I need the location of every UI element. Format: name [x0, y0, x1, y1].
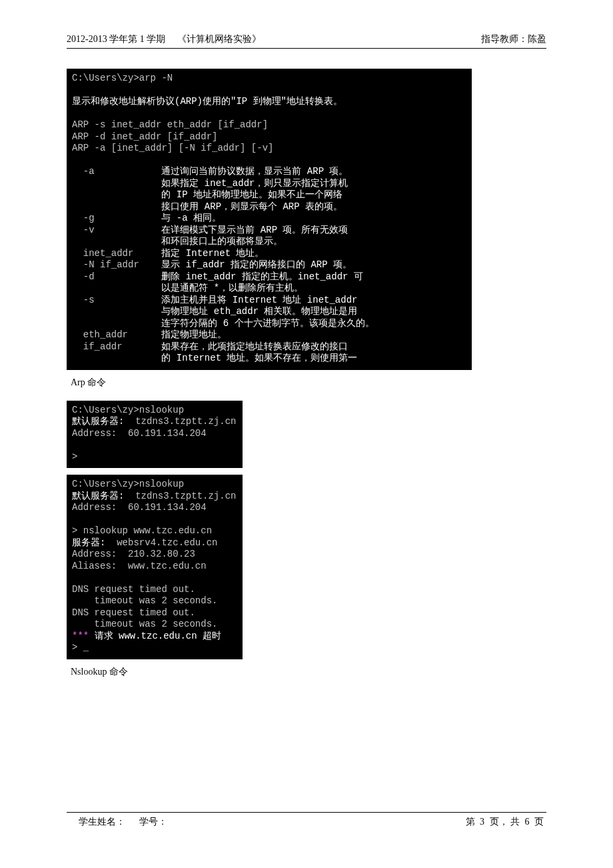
opt-key: -a	[72, 166, 161, 177]
terminal-nslookup-1: C:\Users\zy>nslookup 默认服务器: tzdns3.tzptt…	[67, 401, 243, 469]
opt-key: inet_addr	[72, 248, 161, 259]
arp-syntax: ARP -s inet_addr eth_addr [if_addr]	[72, 119, 268, 130]
opt-key: -s	[72, 295, 161, 305]
aliases-line: Aliases: www.tzc.edu.cn	[72, 561, 207, 571]
opt-desc: 添加主机并且将 Internet 地址 inet_addr	[161, 295, 357, 305]
opt-desc: 通过询问当前协议数据，显示当前 ARP 项。	[161, 166, 348, 177]
teacher-label: 指导教师：	[481, 34, 528, 44]
nslookup-query: > nslookup www.tzc.edu.cn	[72, 525, 212, 536]
student-id-label: 学号：	[139, 817, 167, 827]
dns-timeout: DNS request timed out.	[72, 584, 195, 595]
error-stars: ***	[72, 631, 95, 641]
dns-timeout: DNS request timed out.	[72, 607, 195, 618]
student-name-label: 学生姓名：	[79, 817, 125, 827]
footer-left: 学生姓名： 学号：	[67, 816, 170, 828]
prompt-cursor: >	[72, 451, 77, 462]
opt-desc: 如果指定 inet_addr，则只显示指定计算机	[72, 178, 348, 189]
dns-timeout: timeout was 2 seconds.	[72, 595, 217, 606]
opt-key: if_addr	[72, 341, 161, 352]
arp-syntax: ARP -a [inet_addr] [-N if_addr] [-v]	[72, 143, 273, 153]
opt-desc: 和环回接口上的项都将显示。	[72, 236, 283, 247]
opt-key: -g	[72, 213, 161, 223]
default-server-label: 默认服务器:	[72, 416, 135, 427]
error-msg: 请求 www.tzc.edu.cn 超时	[95, 631, 221, 641]
opt-desc: 在详细模式下显示当前 ARP 项。所有无效项	[161, 225, 348, 235]
opt-desc: 与 -a 相同。	[161, 213, 221, 223]
dns-timeout: timeout was 2 seconds.	[72, 619, 217, 629]
nslookup-prompt: C:\Users\zy>nslookup	[72, 479, 184, 489]
page-suffix: 页	[532, 817, 544, 827]
terminal-arp: C:\Users\zy>arp -N 显示和修改地址解析协议(ARP)使用的"I…	[67, 69, 472, 370]
semester-number: 1	[137, 34, 147, 44]
page-total: 6	[525, 817, 530, 827]
page-prefix: 第	[466, 817, 478, 827]
opt-key: -N if_addr	[72, 259, 161, 270]
caption-arp: Arp 命令	[71, 377, 546, 389]
page-number: 3	[480, 817, 484, 827]
address-line: Address: 210.32.80.23	[72, 549, 195, 559]
footer-right: 第 3 页， 共 6 页	[466, 816, 547, 828]
default-server-name: tzdns3.tzptt.zj.cn	[135, 416, 236, 427]
opt-key: eth_addr	[72, 329, 161, 340]
nslookup-prompt: C:\Users\zy>nslookup	[72, 405, 184, 415]
default-server-name: tzdns3.tzptt.zj.cn	[135, 491, 236, 501]
year-suffix: 学年第	[107, 34, 138, 44]
opt-desc: 显示 if_addr 指定的网络接口的 ARP 项。	[161, 259, 352, 270]
terminal-nslookup-2: C:\Users\zy>nslookup 默认服务器: tzdns3.tzptt…	[67, 475, 243, 659]
address-line: Address: 60.191.134.204	[72, 428, 207, 439]
default-server-label: 默认服务器:	[72, 491, 135, 501]
course-title: 《计算机网络实验》	[177, 34, 261, 44]
academic-year-link[interactable]: 2012-2013	[67, 34, 107, 44]
prompt-cursor: > _	[72, 642, 89, 653]
page-mid: 页， 共	[487, 817, 522, 827]
opt-desc: 接口使用 ARP，则显示每个 ARP 表的项。	[72, 201, 342, 212]
header-left: 2012-2013 学年第 1 学期 《计算机网络实验》	[67, 33, 261, 45]
page-header: 2012-2013 学年第 1 学期 《计算机网络实验》 指导教师：陈盈	[67, 33, 546, 49]
opt-desc: 指定 Internet 地址。	[161, 248, 264, 259]
arp-description: 显示和修改地址解析协议(ARP)使用的"IP 到物理"地址转换表。	[72, 96, 342, 107]
opt-key: -d	[72, 271, 161, 282]
opt-key: -v	[72, 225, 161, 235]
teacher-name: 陈盈	[528, 34, 546, 44]
arp-syntax: ARP -d inet_addr [if_addr]	[72, 131, 217, 142]
address-line: Address: 60.191.134.204	[72, 502, 207, 513]
arp-prompt: C:\Users\zy>arp -N	[72, 73, 173, 83]
header-right: 指导教师：陈盈	[481, 33, 546, 45]
opt-desc: 如果存在，此项指定地址转换表应修改的接口	[161, 341, 348, 352]
opt-desc: 指定物理地址。	[161, 329, 227, 340]
opt-desc: 删除 inet_addr 指定的主机。inet_addr 可	[161, 271, 362, 282]
opt-desc: 与物理地址 eth_addr 相关联。物理地址是用	[72, 306, 357, 317]
caption-nslookup: Nslookup 命令	[71, 666, 546, 678]
opt-desc: 以是通配符 *，以删除所有主机。	[72, 283, 303, 293]
server-label: 服务器:	[72, 537, 117, 548]
opt-desc: 的 IP 地址和物理地址。如果不止一个网络	[72, 189, 342, 200]
opt-desc: 连字符分隔的 6 个十六进制字节。该项是永久的。	[72, 318, 374, 329]
opt-desc: 的 Internet 地址。如果不存在，则使用第一	[72, 353, 357, 363]
semester-suffix: 学期	[147, 34, 165, 44]
server-name: websrv4.tzc.edu.cn	[117, 537, 217, 548]
page-footer: 学生姓名： 学号： 第 3 页， 共 6 页	[67, 812, 546, 828]
